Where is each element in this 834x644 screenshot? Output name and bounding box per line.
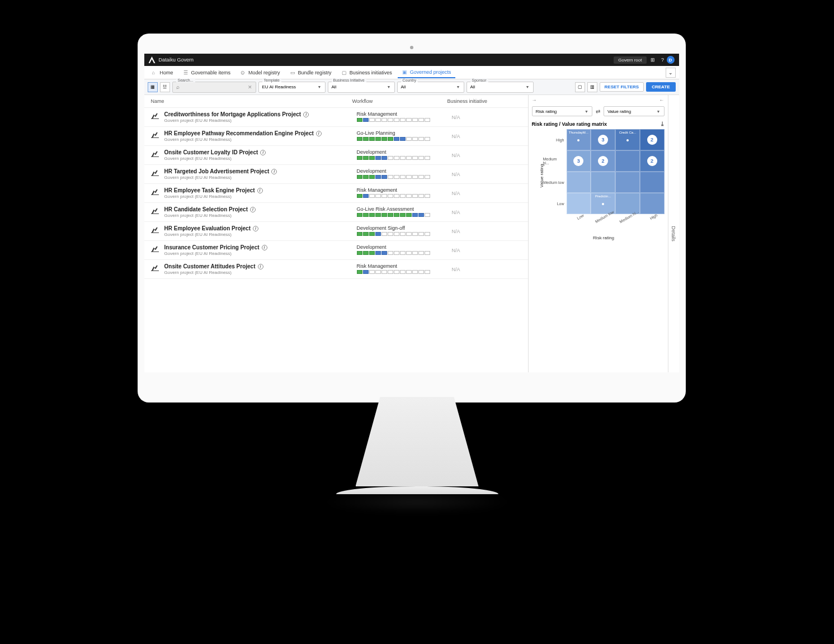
matrix-dot[interactable] — [577, 139, 579, 141]
matrix-cell[interactable]: 2 — [591, 150, 615, 172]
matrix-cell-label: ThursdayM... — [568, 131, 590, 134]
project-subtitle: Govern project (EU AI Readiness) — [164, 175, 357, 180]
info-icon[interactable]: i — [316, 131, 322, 136]
bird-icon — [151, 168, 160, 177]
table-row[interactable]: HR Employee Evaluation Projecti Govern p… — [144, 222, 528, 241]
view-cards-button[interactable]: ▦ — [148, 82, 158, 92]
collapse-toggle[interactable]: ⌄ — [666, 68, 676, 78]
y-tick: High — [543, 129, 567, 150]
table-row[interactable]: Onsite Customer Loyalty ID Projecti Gove… — [144, 146, 528, 165]
matrix-bubble[interactable]: 2 — [598, 156, 608, 166]
project-title: Insurance Customer Pricing Projecti — [164, 244, 357, 250]
matrix-cell[interactable] — [615, 150, 640, 172]
layout-toggle-1[interactable]: ▢ — [575, 82, 585, 92]
workflow-name: Development — [357, 168, 452, 174]
matrix-bubble[interactable]: 2 — [647, 135, 657, 145]
matrix-dot[interactable] — [626, 139, 629, 141]
col-bi[interactable]: Business initiative — [447, 98, 521, 104]
model-icon: ⊙ — [241, 70, 246, 75]
project-subtitle: Govern project (EU AI Readiness) — [164, 156, 357, 161]
info-icon[interactable]: i — [257, 188, 263, 193]
reset-filters-button[interactable]: RESET FILTERS — [600, 82, 644, 92]
table-row[interactable]: HR Candidate Selection Projecti Govern p… — [144, 203, 528, 222]
workflow-name: Risk Management — [357, 187, 452, 193]
tab-bundle-registry[interactable]: ▭Bundle registry — [286, 68, 336, 78]
download-icon[interactable]: ⤓ — [660, 121, 665, 127]
workflow-progress — [357, 175, 452, 179]
matrix-cell[interactable] — [567, 172, 591, 193]
workflow-name: Development Sign-off — [357, 225, 452, 231]
panel-arrow-right-icon[interactable]: ← — [659, 97, 665, 103]
search-input[interactable]: Search... ⌕ ✕ — [172, 82, 256, 93]
filter-business-initiative[interactable]: Business InitiativeAll▼ — [328, 82, 395, 93]
matrix-cell[interactable]: 2 — [640, 129, 665, 150]
clear-search-icon[interactable]: ✕ — [248, 84, 252, 90]
project-subtitle: Govern project (EU AI Readiness) — [164, 137, 357, 142]
info-icon[interactable]: i — [250, 207, 256, 212]
filter-country[interactable]: CountryAll▼ — [397, 82, 464, 93]
workflow-name: Risk Management — [357, 111, 452, 117]
table-row[interactable]: Creditworthiness for Mortgage Applicatio… — [144, 108, 528, 127]
table-row[interactable]: HR Employee Task Engine Projecti Govern … — [144, 184, 528, 203]
matrix-cell[interactable]: Credit Ca... — [615, 129, 640, 150]
bi-value: N/A — [452, 206, 521, 215]
tab-business-initiatives[interactable]: ▢Business initiatives — [337, 68, 397, 78]
avatar[interactable]: D — [667, 56, 675, 64]
view-list-button[interactable]: ☳ — [160, 82, 170, 92]
matrix-bubble[interactable]: 3 — [598, 135, 608, 145]
filter-sponsor[interactable]: SponsorAll▼ — [467, 82, 534, 93]
tab-governed-projects[interactable]: ▣Governed projects — [398, 67, 456, 78]
create-button[interactable]: CREATE — [646, 82, 675, 92]
help-icon[interactable]: ? — [659, 56, 667, 64]
y-axis-select[interactable]: Value rating▼ — [604, 106, 665, 116]
bi-value: N/A — [452, 168, 521, 177]
matrix-bubble[interactable]: 2 — [647, 156, 657, 166]
user-chip[interactable]: Govern root — [614, 56, 646, 64]
matrix-cell[interactable] — [640, 172, 665, 193]
matrix-cell[interactable]: 2 — [640, 150, 665, 172]
info-icon[interactable]: i — [258, 264, 263, 269]
apps-grid-icon[interactable]: ⊞ — [649, 56, 657, 64]
info-icon[interactable]: i — [260, 150, 266, 155]
matrix-cell-label: Predictin... — [592, 195, 614, 198]
workflow-progress — [357, 156, 452, 160]
tab-model-registry[interactable]: ⊙Model registry — [236, 68, 285, 78]
bi-value: N/A — [452, 111, 521, 120]
matrix-cell[interactable]: ThursdayM... — [567, 129, 591, 150]
table-row[interactable]: HR Employee Pathway Recommendation Engin… — [144, 127, 528, 146]
swap-axes-icon[interactable]: ⇄ — [596, 108, 600, 115]
camera-dot — [410, 46, 413, 49]
workflow-progress — [357, 118, 452, 122]
filter-template[interactable]: TemplateEU AI Readiness▼ — [258, 82, 326, 93]
panel-arrow-left-icon[interactable]: → — [532, 97, 537, 103]
details-collapsed-panel[interactable]: Details — [668, 95, 679, 372]
x-axis-select[interactable]: Risk rating▼ — [532, 106, 593, 116]
col-workflow[interactable]: Workflow — [352, 98, 447, 104]
matrix-bubble[interactable]: 3 — [573, 156, 583, 166]
project-title: HR Employee Pathway Recommendation Engin… — [164, 130, 357, 136]
table-row[interactable]: Insurance Customer Pricing Projecti Gove… — [144, 241, 528, 260]
workflow-progress — [357, 270, 452, 274]
matrix-cell[interactable] — [591, 172, 615, 193]
matrix-dot[interactable] — [602, 203, 604, 205]
matrix-cell[interactable]: 3 — [591, 129, 615, 150]
info-icon[interactable]: i — [253, 226, 258, 231]
table-row[interactable]: HR Targeted Job Advertisement Projecti G… — [144, 165, 528, 184]
project-subtitle: Govern project (EU AI Readiness) — [164, 270, 357, 275]
bird-icon — [151, 187, 160, 196]
y-tick: Medium low — [543, 172, 567, 193]
tab-governable-items[interactable]: ☰Governable items — [179, 68, 235, 78]
monitor-shadow — [322, 491, 512, 513]
bundle-icon: ▭ — [290, 70, 296, 75]
matrix-cell[interactable] — [615, 172, 640, 193]
project-list: Name Workflow Business initiative Credit… — [144, 95, 528, 372]
col-name[interactable]: Name — [151, 98, 352, 104]
chevron-down-icon: ▼ — [526, 85, 530, 89]
info-icon[interactable]: i — [271, 169, 277, 174]
tab-home[interactable]: ⌂Home — [148, 68, 178, 78]
layout-toggle-2[interactable]: ▥ — [587, 82, 597, 92]
info-icon[interactable]: i — [303, 112, 309, 117]
table-row[interactable]: Onsite Customer Attitudes Projecti Gover… — [144, 260, 528, 279]
info-icon[interactable]: i — [262, 245, 267, 250]
matrix-cell[interactable]: 3 — [567, 150, 591, 172]
